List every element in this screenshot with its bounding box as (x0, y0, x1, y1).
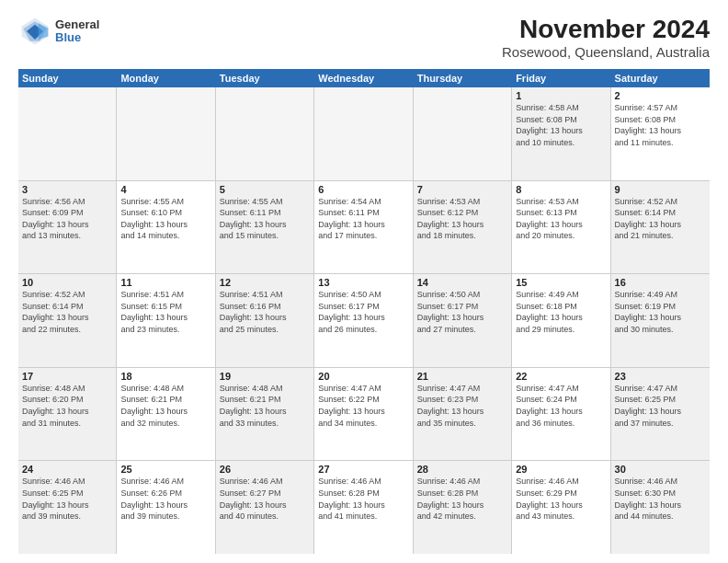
day-number: 28 (417, 464, 507, 475)
calendar-cell: 17Sunrise: 4:48 AM Sunset: 6:20 PM Dayli… (18, 368, 117, 461)
calendar-cell (414, 87, 512, 180)
header: General Blue November 2024 Rosewood, Que… (18, 15, 710, 60)
page-title: November 2024 (502, 15, 710, 44)
cell-info: Sunrise: 4:48 AM Sunset: 6:21 PM Dayligh… (220, 383, 310, 429)
calendar-cell: 11Sunrise: 4:51 AM Sunset: 6:15 PM Dayli… (117, 274, 215, 367)
cell-info: Sunrise: 4:57 AM Sunset: 6:08 PM Dayligh… (615, 102, 706, 148)
calendar-header-cell: Friday (512, 69, 610, 87)
calendar-header-cell: Saturday (611, 69, 710, 87)
cell-info: Sunrise: 4:51 AM Sunset: 6:16 PM Dayligh… (220, 289, 310, 335)
calendar-cell: 12Sunrise: 4:51 AM Sunset: 6:16 PM Dayli… (216, 274, 314, 367)
calendar-cell (18, 87, 117, 180)
calendar-cell: 24Sunrise: 4:46 AM Sunset: 6:25 PM Dayli… (18, 461, 117, 554)
cell-info: Sunrise: 4:49 AM Sunset: 6:19 PM Dayligh… (615, 289, 706, 335)
calendar-cell: 28Sunrise: 4:46 AM Sunset: 6:28 PM Dayli… (414, 461, 512, 554)
day-number: 11 (120, 277, 210, 288)
day-number: 24 (22, 464, 112, 475)
day-number: 4 (120, 184, 210, 195)
day-number: 22 (516, 371, 606, 382)
day-number: 15 (516, 277, 606, 288)
calendar-row: 17Sunrise: 4:48 AM Sunset: 6:20 PM Dayli… (18, 368, 710, 462)
calendar-cell: 27Sunrise: 4:46 AM Sunset: 6:28 PM Dayli… (314, 461, 413, 554)
day-number: 10 (22, 277, 112, 288)
day-number: 29 (516, 464, 606, 475)
cell-info: Sunrise: 4:47 AM Sunset: 6:23 PM Dayligh… (417, 383, 507, 429)
cell-info: Sunrise: 4:46 AM Sunset: 6:27 PM Dayligh… (220, 476, 310, 522)
logo-general-text: General (55, 18, 99, 31)
calendar-cell: 9Sunrise: 4:52 AM Sunset: 6:14 PM Daylig… (611, 181, 710, 274)
calendar-cell: 4Sunrise: 4:55 AM Sunset: 6:10 PM Daylig… (117, 181, 215, 274)
day-number: 13 (318, 277, 408, 288)
calendar-cell: 14Sunrise: 4:50 AM Sunset: 6:17 PM Dayli… (414, 274, 512, 367)
calendar-row: 24Sunrise: 4:46 AM Sunset: 6:25 PM Dayli… (18, 461, 710, 554)
calendar: SundayMondayTuesdayWednesdayThursdayFrid… (18, 69, 710, 554)
day-number: 18 (120, 371, 210, 382)
cell-info: Sunrise: 4:52 AM Sunset: 6:14 PM Dayligh… (615, 196, 706, 242)
cell-info: Sunrise: 4:54 AM Sunset: 6:11 PM Dayligh… (318, 196, 408, 242)
calendar-cell: 16Sunrise: 4:49 AM Sunset: 6:19 PM Dayli… (611, 274, 710, 367)
day-number: 21 (417, 371, 507, 382)
calendar-cell (314, 87, 413, 180)
day-number: 27 (318, 464, 408, 475)
cell-info: Sunrise: 4:48 AM Sunset: 6:20 PM Dayligh… (22, 383, 112, 429)
cell-info: Sunrise: 4:56 AM Sunset: 6:09 PM Dayligh… (22, 196, 112, 242)
cell-info: Sunrise: 4:58 AM Sunset: 6:08 PM Dayligh… (516, 102, 606, 148)
day-number: 23 (615, 371, 706, 382)
calendar-cell: 18Sunrise: 4:48 AM Sunset: 6:21 PM Dayli… (117, 368, 215, 461)
calendar-cell: 8Sunrise: 4:53 AM Sunset: 6:13 PM Daylig… (512, 181, 610, 274)
day-number: 19 (220, 371, 310, 382)
calendar-cell: 3Sunrise: 4:56 AM Sunset: 6:09 PM Daylig… (18, 181, 117, 274)
day-number: 17 (22, 371, 112, 382)
cell-info: Sunrise: 4:46 AM Sunset: 6:28 PM Dayligh… (318, 476, 408, 522)
cell-info: Sunrise: 4:46 AM Sunset: 6:26 PM Dayligh… (120, 476, 210, 522)
day-number: 30 (615, 464, 706, 475)
cell-info: Sunrise: 4:49 AM Sunset: 6:18 PM Dayligh… (516, 289, 606, 335)
day-number: 3 (22, 184, 112, 195)
day-number: 9 (615, 184, 706, 195)
calendar-cell: 13Sunrise: 4:50 AM Sunset: 6:17 PM Dayli… (314, 274, 413, 367)
day-number: 1 (516, 90, 606, 101)
logo-icon (18, 15, 51, 48)
calendar-cell: 19Sunrise: 4:48 AM Sunset: 6:21 PM Dayli… (216, 368, 314, 461)
calendar-cell: 10Sunrise: 4:52 AM Sunset: 6:14 PM Dayli… (18, 274, 117, 367)
day-number: 25 (120, 464, 210, 475)
cell-info: Sunrise: 4:50 AM Sunset: 6:17 PM Dayligh… (417, 289, 507, 335)
calendar-cell (117, 87, 215, 180)
page: General Blue November 2024 Rosewood, Que… (0, 0, 728, 563)
cell-info: Sunrise: 4:47 AM Sunset: 6:25 PM Dayligh… (615, 383, 706, 429)
day-number: 2 (615, 90, 706, 101)
calendar-cell: 21Sunrise: 4:47 AM Sunset: 6:23 PM Dayli… (414, 368, 512, 461)
calendar-cell: 20Sunrise: 4:47 AM Sunset: 6:22 PM Dayli… (314, 368, 413, 461)
cell-info: Sunrise: 4:47 AM Sunset: 6:22 PM Dayligh… (318, 383, 408, 429)
calendar-header-cell: Wednesday (314, 69, 413, 87)
cell-info: Sunrise: 4:46 AM Sunset: 6:28 PM Dayligh… (417, 476, 507, 522)
calendar-cell: 15Sunrise: 4:49 AM Sunset: 6:18 PM Dayli… (512, 274, 610, 367)
calendar-header-cell: Monday (117, 69, 215, 87)
cell-info: Sunrise: 4:55 AM Sunset: 6:11 PM Dayligh… (220, 196, 310, 242)
calendar-body: 1Sunrise: 4:58 AM Sunset: 6:08 PM Daylig… (18, 87, 710, 554)
day-number: 6 (318, 184, 408, 195)
calendar-cell: 6Sunrise: 4:54 AM Sunset: 6:11 PM Daylig… (314, 181, 413, 274)
cell-info: Sunrise: 4:52 AM Sunset: 6:14 PM Dayligh… (22, 289, 112, 335)
calendar-cell: 2Sunrise: 4:57 AM Sunset: 6:08 PM Daylig… (611, 87, 710, 180)
cell-info: Sunrise: 4:50 AM Sunset: 6:17 PM Dayligh… (318, 289, 408, 335)
day-number: 7 (417, 184, 507, 195)
calendar-cell: 29Sunrise: 4:46 AM Sunset: 6:29 PM Dayli… (512, 461, 610, 554)
cell-info: Sunrise: 4:51 AM Sunset: 6:15 PM Dayligh… (120, 289, 210, 335)
calendar-row: 10Sunrise: 4:52 AM Sunset: 6:14 PM Dayli… (18, 274, 710, 368)
cell-info: Sunrise: 4:53 AM Sunset: 6:13 PM Dayligh… (516, 196, 606, 242)
calendar-row: 1Sunrise: 4:58 AM Sunset: 6:08 PM Daylig… (18, 87, 710, 181)
cell-info: Sunrise: 4:46 AM Sunset: 6:25 PM Dayligh… (22, 476, 112, 522)
calendar-header: SundayMondayTuesdayWednesdayThursdayFrid… (18, 69, 710, 87)
calendar-cell: 25Sunrise: 4:46 AM Sunset: 6:26 PM Dayli… (117, 461, 215, 554)
day-number: 8 (516, 184, 606, 195)
cell-info: Sunrise: 4:47 AM Sunset: 6:24 PM Dayligh… (516, 383, 606, 429)
page-subtitle: Rosewood, Queensland, Australia (502, 44, 710, 60)
logo-blue-text: Blue (55, 31, 99, 44)
calendar-header-cell: Sunday (18, 69, 117, 87)
logo-text: General Blue (55, 18, 99, 45)
calendar-cell: 7Sunrise: 4:53 AM Sunset: 6:12 PM Daylig… (414, 181, 512, 274)
day-number: 26 (220, 464, 310, 475)
calendar-header-cell: Thursday (414, 69, 512, 87)
cell-info: Sunrise: 4:46 AM Sunset: 6:29 PM Dayligh… (516, 476, 606, 522)
